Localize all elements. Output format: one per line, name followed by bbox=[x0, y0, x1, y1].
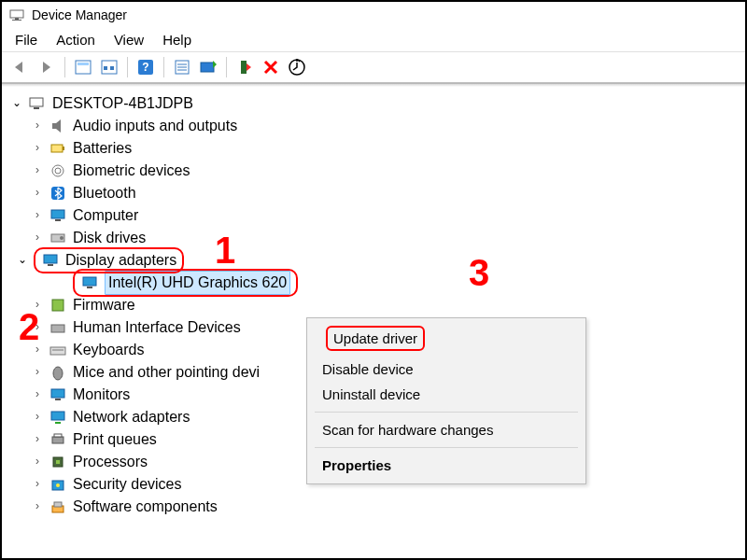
chevron-right-icon[interactable]: › bbox=[32, 386, 43, 402]
cpu-icon bbox=[49, 453, 67, 471]
svg-rect-30 bbox=[83, 277, 96, 286]
tree-item-label: Audio inputs and outputs bbox=[73, 115, 237, 136]
svg-rect-40 bbox=[52, 437, 63, 443]
tree-item-label: Network adapters bbox=[73, 406, 190, 427]
tree-root-label: DESKTOP-4B1JDPB bbox=[52, 92, 193, 114]
printer-icon bbox=[49, 430, 67, 449]
tree-item-label: Bluetooth bbox=[73, 182, 136, 203]
hid-icon bbox=[49, 318, 67, 337]
svg-rect-39 bbox=[51, 412, 64, 420]
tree-item-firmware[interactable]: › Firmware bbox=[32, 294, 741, 316]
chevron-right-icon[interactable]: › bbox=[32, 162, 43, 178]
tree-item-label: Security devices bbox=[73, 473, 182, 495]
ctx-disable-device[interactable]: Disable device bbox=[307, 357, 585, 382]
enable-device-button[interactable] bbox=[233, 56, 256, 78]
svg-rect-31 bbox=[87, 287, 92, 288]
svg-rect-4 bbox=[78, 63, 89, 65]
tree-item-label: Biometric devices bbox=[73, 160, 190, 181]
mouse-icon bbox=[49, 363, 67, 382]
speaker-icon bbox=[49, 117, 67, 135]
chevron-right-icon[interactable]: › bbox=[32, 230, 43, 245]
security-icon bbox=[49, 475, 67, 494]
chevron-right-icon[interactable]: › bbox=[32, 498, 43, 514]
tree-item-label: Processors bbox=[73, 451, 148, 472]
network-icon bbox=[49, 408, 67, 427]
tree-item-display-adapters[interactable]: ⌄ Display adapters bbox=[32, 249, 741, 272]
bluetooth-icon bbox=[49, 184, 67, 203]
annotation-2: 2 bbox=[19, 300, 39, 354]
tree-item-intel-uhd-620[interactable]: Intel(R) UHD Graphics 620 bbox=[73, 272, 741, 294]
tree-item-label: Disk drives bbox=[73, 227, 146, 248]
menu-action[interactable]: Action bbox=[56, 32, 95, 48]
svg-rect-33 bbox=[51, 325, 64, 332]
svg-rect-0 bbox=[10, 10, 23, 18]
help-button[interactable]: ? bbox=[134, 56, 157, 78]
svg-rect-34 bbox=[50, 347, 65, 355]
svg-rect-29 bbox=[48, 264, 53, 266]
software-icon bbox=[49, 497, 67, 516]
chevron-down-icon[interactable]: ⌄ bbox=[11, 95, 22, 111]
firmware-icon bbox=[49, 296, 67, 315]
properties-button[interactable] bbox=[171, 56, 193, 78]
chevron-down-icon[interactable]: ⌄ bbox=[17, 252, 28, 268]
back-button[interactable] bbox=[9, 56, 32, 78]
tree-item-label: Computer bbox=[73, 204, 138, 226]
menu-view[interactable]: View bbox=[114, 32, 144, 48]
ctx-scan-hardware[interactable]: Scan for hardware changes bbox=[307, 417, 585, 442]
forward-button[interactable] bbox=[35, 56, 58, 78]
svg-rect-28 bbox=[44, 255, 57, 263]
tree-item-computer[interactable]: › Computer bbox=[32, 204, 741, 227]
tree-item-label: Software components bbox=[73, 496, 218, 517]
window-title: Device Manager bbox=[32, 7, 127, 22]
tree-item-label: Firmware bbox=[73, 294, 135, 315]
ctx-properties[interactable]: Properties bbox=[307, 453, 585, 478]
svg-point-27 bbox=[60, 236, 63, 240]
svg-rect-25 bbox=[55, 219, 61, 221]
monitor-icon bbox=[49, 206, 67, 225]
tree-item-bluetooth[interactable]: › Bluetooth bbox=[32, 182, 741, 204]
tree-item-label: Batteries bbox=[73, 137, 132, 159]
annotation-3: 3 bbox=[469, 245, 489, 300]
chevron-right-icon[interactable]: › bbox=[32, 207, 43, 223]
tree-item-label: Print queues bbox=[73, 428, 157, 450]
titlebar: Device Manager bbox=[2, 2, 745, 28]
uninstall-button[interactable] bbox=[260, 56, 282, 78]
toolbar-separator bbox=[127, 57, 128, 77]
svg-rect-47 bbox=[54, 502, 62, 507]
tree-item-biometric[interactable]: › Biometric devices bbox=[32, 160, 741, 182]
ctx-uninstall-device[interactable]: Uninstall device bbox=[307, 382, 585, 407]
svg-rect-43 bbox=[56, 460, 60, 464]
view-button[interactable] bbox=[98, 56, 120, 78]
svg-rect-24 bbox=[51, 210, 64, 218]
tree-item-disk[interactable]: › Disk drives bbox=[32, 227, 741, 249]
menubar: File Action View Help bbox=[2, 28, 745, 51]
tree-item-audio[interactable]: › Audio inputs and outputs bbox=[32, 115, 741, 137]
menu-file[interactable]: File bbox=[15, 32, 37, 48]
scan-hardware-button[interactable] bbox=[286, 56, 308, 78]
chevron-right-icon[interactable]: › bbox=[32, 364, 43, 380]
chevron-right-icon[interactable]: › bbox=[32, 140, 43, 156]
tree-item-label: Mice and other pointing devi bbox=[73, 361, 260, 383]
tree-item-batteries[interactable]: › Batteries bbox=[32, 137, 741, 160]
show-hidden-button[interactable] bbox=[72, 56, 94, 78]
svg-rect-7 bbox=[110, 66, 114, 70]
disk-icon bbox=[49, 229, 67, 247]
chevron-right-icon[interactable]: › bbox=[32, 185, 43, 201]
svg-rect-38 bbox=[55, 399, 61, 400]
computer-icon bbox=[28, 94, 47, 113]
battery-icon bbox=[49, 139, 67, 158]
svg-rect-1 bbox=[15, 18, 19, 20]
chevron-right-icon[interactable]: › bbox=[32, 409, 43, 425]
chevron-right-icon[interactable]: › bbox=[32, 454, 43, 469]
menu-help[interactable]: Help bbox=[162, 32, 191, 48]
tree-root[interactable]: ⌄ DESKTOP-4B1JDPB bbox=[11, 92, 741, 115]
update-driver-button[interactable] bbox=[197, 56, 219, 78]
toolbar-separator bbox=[226, 57, 227, 77]
ctx-update-driver[interactable]: Update driver bbox=[326, 326, 425, 351]
chevron-right-icon[interactable]: › bbox=[32, 476, 43, 492]
svg-point-45 bbox=[56, 483, 60, 487]
tree-item-software-components[interactable]: › Software components bbox=[32, 496, 741, 518]
svg-rect-37 bbox=[51, 389, 64, 398]
chevron-right-icon[interactable]: › bbox=[32, 118, 43, 133]
chevron-right-icon[interactable]: › bbox=[32, 431, 43, 447]
